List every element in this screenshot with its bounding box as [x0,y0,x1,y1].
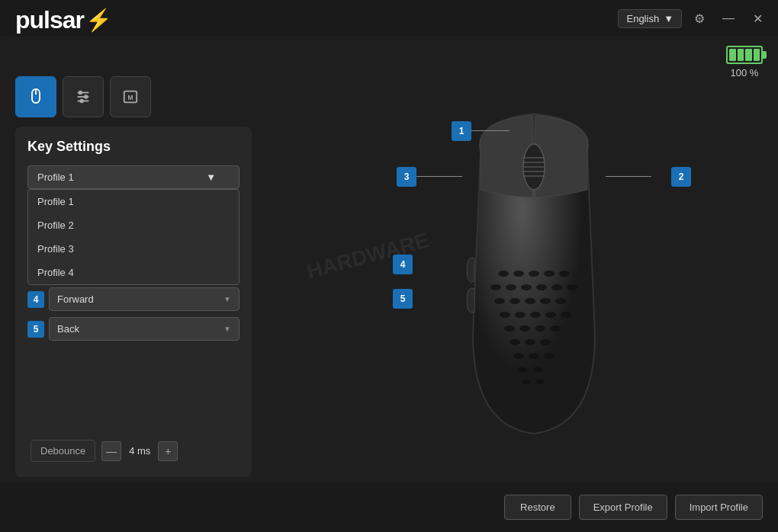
key-label-5: Back [57,323,79,335]
svg-point-28 [494,298,505,304]
debounce-minus-button[interactable]: — [101,441,121,461]
key-number-4: 4 [27,291,44,308]
svg-point-39 [519,325,530,332]
svg-point-31 [540,298,551,304]
key-label-4: Forward [57,293,94,305]
label-line-2 [606,176,651,177]
svg-text:M: M [128,95,133,101]
minimize-button[interactable]: — [717,7,740,30]
battery-bar [745,49,752,61]
debounce-control: Debounce — 4 ms + [31,440,178,462]
debounce-label: Debounce [31,440,95,462]
tab-macro[interactable]: M [110,76,151,117]
sliders-icon [75,88,92,105]
chevron-down-icon: ▼ [664,13,674,24]
svg-point-4 [79,91,82,95]
key-row-4: 4 Forward ▼ [27,287,240,311]
battery-bar [729,49,736,61]
profile-selector[interactable]: Profile 1 ▼ Profile 1 Profile 2 Profile … [27,165,240,189]
close-button[interactable]: ✕ [746,7,769,30]
key-button-5[interactable]: Back ▼ [49,317,240,341]
svg-point-44 [540,339,551,345]
svg-point-20 [544,271,555,277]
logo-text: pulsar [15,6,84,34]
settings-button[interactable]: ⚙ [688,7,711,30]
mouse-visualization: 1 2 3 4 5 [290,99,778,479]
mouse-icon [27,88,45,106]
restore-button[interactable]: Restore [504,495,571,520]
svg-point-23 [506,284,516,290]
mouse-label-4: 4 [393,255,413,274]
svg-point-8 [80,100,83,103]
svg-point-43 [525,339,535,345]
svg-point-25 [536,284,547,290]
battery-bar [754,49,760,61]
export-profile-button[interactable]: Export Profile [579,495,667,520]
bottom-bar: Restore Export Profile Import Profile [0,482,778,532]
svg-point-18 [513,271,524,277]
svg-point-17 [498,271,509,277]
svg-rect-2 [35,91,37,95]
svg-point-40 [535,325,545,332]
svg-point-29 [510,298,520,304]
profile-dropdown-button[interactable]: Profile 1 ▼ [27,165,240,189]
svg-point-27 [567,284,577,290]
nav-tabs: M [15,76,151,117]
tab-settings[interactable] [63,76,104,117]
battery-indicator: 100 % [726,46,763,79]
key-number-5: 5 [27,321,44,338]
language-label: English [626,13,659,24]
key-button-4[interactable]: Forward ▼ [49,287,240,311]
svg-point-47 [544,353,555,359]
svg-point-22 [490,284,501,290]
svg-point-45 [513,353,524,359]
logo: pulsar⚡ [15,6,112,34]
mouse-svg [420,106,648,449]
profile-option-2[interactable]: Profile 2 [28,213,239,237]
svg-point-38 [504,325,515,332]
svg-point-49 [533,367,542,373]
key-settings-panel: Key Settings Profile 1 ▼ Profile 1 Profi… [15,127,252,477]
battery-icon [726,46,763,64]
profile-selected-label: Profile 1 [37,171,74,183]
titlebar: pulsar⚡ English ▼ ⚙ — ✕ [0,0,778,37]
profile-option-1[interactable]: Profile 1 [28,190,239,213]
svg-point-24 [521,284,532,290]
debounce-plus-button[interactable]: + [158,441,178,461]
mouse-label-3: 3 [397,167,416,187]
chevron-down-icon: ▼ [206,171,216,183]
language-selector[interactable]: English ▼ [618,9,682,28]
svg-point-32 [555,298,566,304]
key-row-5: 5 Back ▼ [27,317,240,341]
svg-point-50 [522,380,530,384]
profile-option-4[interactable]: Profile 4 [28,261,239,284]
svg-point-48 [518,367,527,373]
label-line-3 [416,176,462,177]
svg-point-21 [559,271,570,277]
svg-point-37 [561,312,571,318]
mouse-label-2: 2 [671,167,691,187]
battery-percentage: 100 % [731,67,759,79]
macro-icon: M [122,88,139,105]
svg-point-19 [529,271,539,277]
import-profile-button[interactable]: Import Profile [675,495,763,520]
svg-point-26 [551,284,562,290]
svg-point-46 [529,353,539,359]
panel-title: Key Settings [27,139,240,155]
battery-bar [738,49,744,61]
svg-point-51 [536,380,544,384]
chevron-icon: ▼ [223,325,231,333]
mouse-label-1: 1 [452,121,471,141]
label-line-1 [471,130,510,131]
svg-point-33 [500,312,510,318]
debounce-value: 4 ms [127,445,152,457]
profile-dropdown-menu: Profile 1 Profile 2 Profile 3 Profile 4 [27,189,240,285]
tab-mouse[interactable] [15,76,56,117]
svg-point-34 [515,312,526,318]
profile-option-3[interactable]: Profile 3 [28,237,239,261]
chevron-icon: ▼ [223,295,231,303]
svg-point-36 [545,312,556,318]
svg-point-41 [550,325,561,332]
mouse-container: 1 2 3 4 5 [389,106,679,472]
svg-point-30 [525,298,535,304]
